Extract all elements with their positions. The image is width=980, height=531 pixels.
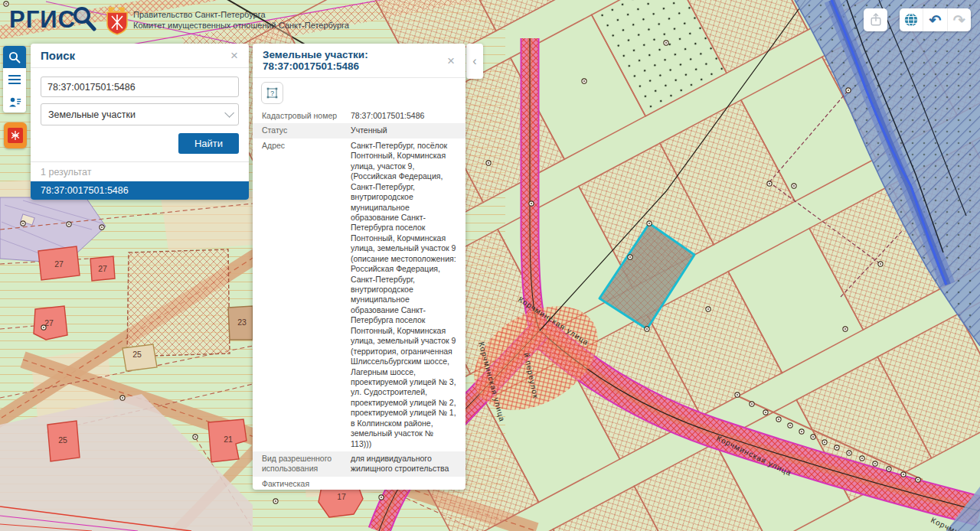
row-value: Санкт-Петербург, посёлок Понтонный, Корч… bbox=[351, 141, 456, 449]
parcel-number: 23 bbox=[237, 318, 247, 327]
table-row: Адрес Санкт-Петербург, посёлок Понтонный… bbox=[253, 138, 466, 451]
row-label: Статус bbox=[262, 125, 351, 135]
app-window: 27 27 27 23 25 25 21 17 Корчминская улиц… bbox=[0, 0, 980, 531]
parcel-number: 25 bbox=[58, 435, 67, 445]
detail-toolbar: ? bbox=[253, 78, 466, 109]
identify-area-button[interactable]: ? bbox=[261, 82, 283, 104]
row-value bbox=[351, 479, 456, 490]
close-icon[interactable]: × bbox=[446, 54, 456, 67]
svg-text:?: ? bbox=[270, 90, 274, 97]
parcel-number: 27 bbox=[98, 264, 107, 273]
results-count: 1 результат bbox=[31, 161, 249, 181]
row-label: Вид разрешенного использования bbox=[262, 454, 351, 474]
org-title: Правительство Санкт-Петербурга Комитет и… bbox=[133, 9, 349, 31]
user-list-button[interactable] bbox=[3, 90, 26, 112]
row-value: Учтенный bbox=[351, 125, 456, 135]
org-line-2: Комитет имущественных отношений Санкт-Пе… bbox=[133, 20, 349, 31]
undo-icon: ↶ bbox=[929, 13, 942, 28]
spb-emblem-icon bbox=[8, 128, 23, 143]
table-row: Фактическая площадь(кв.м.) bbox=[253, 477, 466, 490]
search-icon bbox=[8, 50, 21, 64]
globe-icon bbox=[903, 12, 919, 28]
redo-icon: ↷ bbox=[953, 13, 965, 28]
table-row: Вид разрешенного использования для индив… bbox=[253, 451, 466, 477]
result-item-selected[interactable]: 78:37:0017501:5486 bbox=[31, 181, 249, 200]
parcel-number: 17 bbox=[337, 492, 346, 501]
user-list-icon bbox=[7, 95, 22, 109]
search-tool-button[interactable] bbox=[3, 46, 26, 68]
row-label: Кадастровый номер bbox=[262, 111, 351, 121]
search-input[interactable] bbox=[41, 77, 239, 97]
org-line-1: Правительство Санкт-Петербурга bbox=[133, 9, 349, 20]
share-icon bbox=[868, 12, 884, 28]
row-value: 78:37:0017501:5486 bbox=[351, 111, 456, 121]
hamburger-menu-icon bbox=[8, 74, 21, 85]
identify-area-icon: ? bbox=[266, 86, 279, 99]
detail-panel-header: Земельные участки: 78:37:0017501:5486 × bbox=[253, 44, 466, 78]
chevron-left-icon: ‹ bbox=[472, 54, 476, 68]
undo-button[interactable]: ↶ bbox=[923, 8, 946, 31]
object-detail-panel: Земельные участки: 78:37:0017501:5486 × … bbox=[253, 44, 466, 490]
app-header: РГИС Правительство Санкт-Петербурга Коми… bbox=[0, 0, 842, 42]
layers-menu-button[interactable] bbox=[3, 68, 26, 90]
search-form: Земельные участки Найти bbox=[31, 68, 249, 161]
parcel-number: 27 bbox=[54, 259, 64, 269]
search-panel-title: Поиск bbox=[41, 49, 75, 62]
redo-button[interactable]: ↷ bbox=[947, 8, 971, 31]
row-label: Адрес bbox=[262, 141, 351, 449]
table-row: Кадастровый номер 78:37:0017501:5486 bbox=[253, 109, 466, 123]
find-button[interactable]: Найти bbox=[178, 133, 239, 154]
magnifier-logo-icon bbox=[71, 5, 97, 31]
export-button[interactable] bbox=[864, 8, 887, 31]
row-value: для индивидуального жилищного строительс… bbox=[351, 454, 456, 474]
close-icon[interactable]: × bbox=[230, 49, 239, 62]
basemap-button[interactable] bbox=[900, 8, 923, 31]
logo-text: РГИС bbox=[9, 6, 76, 34]
search-category-select[interactable]: Земельные участки bbox=[41, 103, 239, 125]
search-category-value: Земельные участки bbox=[48, 109, 136, 120]
collapse-panel-button[interactable]: ‹ bbox=[466, 44, 483, 79]
search-panel: Поиск × Земельные участки Найти 1 резуль… bbox=[31, 44, 249, 200]
chevron-down-icon bbox=[224, 108, 234, 118]
parcel-number: 21 bbox=[224, 435, 233, 444]
map-nav-toolbar: ↶ ↷ bbox=[900, 8, 971, 31]
spb-coat-of-arms-icon bbox=[106, 7, 129, 36]
parcel-number: 25 bbox=[132, 350, 142, 359]
spb-portal-button[interactable] bbox=[4, 122, 27, 148]
detail-panel-title: Земельные участки: 78:37:0017501:5486 bbox=[263, 49, 446, 72]
sidebar-toolbar bbox=[3, 46, 26, 112]
search-panel-header: Поиск × bbox=[31, 44, 249, 68]
attributes-table: Кадастровый номер 78:37:0017501:5486 Ста… bbox=[253, 109, 466, 490]
app-logo[interactable]: РГИС bbox=[9, 6, 97, 34]
map-hatched-parcel bbox=[127, 249, 230, 357]
table-row: Статус Учтенный bbox=[253, 123, 466, 138]
row-label: Фактическая площадь(кв.м.) bbox=[262, 479, 351, 490]
